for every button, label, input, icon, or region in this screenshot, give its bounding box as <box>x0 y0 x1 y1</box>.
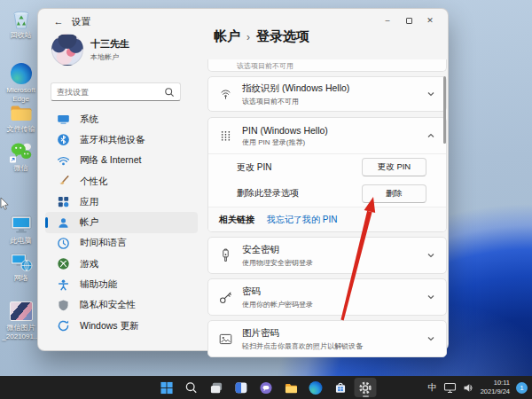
sidebar-item-bluetooth[interactable]: 蓝牙和其他设备 <box>45 129 198 150</box>
sidebar-item-label: 个性化 <box>80 176 108 188</box>
change-pin-button[interactable]: 更改 PIN <box>362 158 426 176</box>
sidebar-item-gaming[interactable]: 游戏 <box>45 254 198 274</box>
person-icon <box>57 216 70 230</box>
mouse-cursor <box>0 198 11 211</box>
card-fingerprint[interactable]: 指纹识别 (Windows Hello) 该选项目前不可用 <box>207 76 447 112</box>
settings-search[interactable] <box>51 82 181 101</box>
sidebar-item-accessibility[interactable]: 辅助功能 <box>45 274 198 294</box>
maximize-icon <box>406 18 412 24</box>
fingerprint-icon <box>218 87 233 102</box>
chat-button[interactable] <box>255 378 278 397</box>
picture-icon <box>218 332 233 347</box>
chevron-down-icon[interactable] <box>426 333 436 344</box>
ime-indicator[interactable]: 中 <box>428 381 437 394</box>
sidebar-item-network[interactable]: 网络 & Internet <box>45 151 198 171</box>
close-button[interactable]: ✕ <box>419 12 441 29</box>
chevron-down-icon[interactable] <box>426 250 436 261</box>
pin-keypad-icon <box>218 129 233 144</box>
bluetooth-icon <box>57 133 70 146</box>
system-tray: 中 10:11 2021/9/24 1 <box>428 376 528 399</box>
sidebar-item-time-language[interactable]: 时间和语言 <box>45 233 198 254</box>
desktop-icon-this-pc[interactable]: 此电脑 <box>1 213 41 246</box>
widgets-icon <box>235 381 248 395</box>
sidebar-item-label: 辅助功能 <box>80 278 117 291</box>
network-status-icon[interactable] <box>443 381 457 394</box>
desktop-icon-label: 此电脑 <box>11 237 32 246</box>
card-picture-password[interactable]: 图片密码 轻扫并点击你最喜欢的照片以解锁设备 <box>207 320 447 357</box>
search-input[interactable] <box>57 88 160 97</box>
store-button[interactable] <box>330 378 352 397</box>
shield-icon <box>57 299 70 312</box>
windows-logo-icon <box>160 381 174 395</box>
change-pin-row: 更改 PIN 更改 PIN <box>208 153 446 180</box>
card-partial[interactable]: 该选项目前不可用 <box>207 59 447 72</box>
chevron-down-icon[interactable] <box>426 292 436 302</box>
desktop-icon-folder[interactable]: 文件传输 <box>1 101 41 134</box>
widgets-button[interactable] <box>231 378 253 397</box>
card-pin[interactable]: PIN (Windows Hello) 使用 PIN 登录(推荐) 更改 PIN… <box>207 117 447 232</box>
desktop-icon-network[interactable]: 网络 <box>1 250 41 283</box>
network-icon <box>9 250 34 273</box>
forgot-pin-link[interactable]: 我忘记了我的 PIN <box>267 214 337 226</box>
taskbar-search-button[interactable] <box>181 378 203 397</box>
back-button[interactable]: ← <box>50 13 67 29</box>
user-profile[interactable]: 十三先生 本地帐户 <box>51 34 129 66</box>
remove-pin-label: 删除此登录选项 <box>237 187 299 200</box>
desktop-icon-wechat[interactable]: 微信 <box>1 140 41 173</box>
scrollbar[interactable] <box>443 76 446 144</box>
chevron-down-icon[interactable] <box>426 89 436 99</box>
breadcrumb-accounts[interactable]: 帐户 <box>214 28 240 45</box>
file-explorer-button[interactable] <box>280 378 302 397</box>
settings-window: ← 设置 – ✕ 十三先生 本地帐户 系统 蓝牙和其他设备 网络 & Inter… <box>37 8 449 351</box>
wifi-icon <box>57 154 70 168</box>
chat-icon <box>260 381 273 395</box>
folder-icon <box>9 101 34 124</box>
sidebar-item-label: 游戏 <box>80 258 98 270</box>
remove-pin-button[interactable]: 删除 <box>362 184 426 203</box>
accessibility-icon <box>57 278 70 292</box>
file-explorer-icon <box>285 381 298 395</box>
desktop-icon-recycle-bin[interactable]: 回收站 <box>1 7 41 40</box>
card-security-key[interactable]: 安全密钥 使用物理安全密钥登录 <box>207 237 447 274</box>
edge-button[interactable] <box>305 378 327 397</box>
desktop-icon-label: 文件传输 <box>7 125 35 134</box>
sidebar-item-windows-update[interactable]: Windows 更新 <box>45 316 198 336</box>
card-password[interactable]: 密码 使用你的帐户密码登录 <box>207 278 447 316</box>
card-subtitle: 使用 PIN 登录(推荐) <box>242 137 328 147</box>
sidebar-item-label: 系统 <box>80 113 98 126</box>
card-title: 指纹识别 (Windows Hello) <box>242 82 349 95</box>
volume-icon[interactable] <box>463 382 474 394</box>
sidebar-item-label: Windows 更新 <box>80 320 139 332</box>
sidebar-item-label: 帐户 <box>80 216 98 229</box>
desktop-icon-label: 微信 <box>14 164 28 173</box>
settings-button[interactable] <box>355 378 377 397</box>
card-subtitle: 使用物理安全密钥登录 <box>242 258 313 268</box>
sidebar-item-accounts[interactable]: 帐户 <box>45 212 198 232</box>
start-button[interactable] <box>156 378 178 397</box>
update-icon <box>57 319 70 332</box>
chevron-up-icon[interactable] <box>426 130 436 141</box>
sidebar-item-privacy[interactable]: 隐私和安全性 <box>45 295 198 316</box>
sidebar-item-personalization[interactable]: 个性化 <box>45 171 198 192</box>
account-type: 本地帐户 <box>90 52 129 62</box>
clock[interactable]: 10:11 2021/9/24 <box>481 379 510 396</box>
notification-badge[interactable]: 1 <box>516 382 528 394</box>
edge-icon <box>9 62 34 85</box>
sidebar-item-system[interactable]: 系统 <box>45 109 198 129</box>
desktop-icon-label: 网络 <box>14 274 28 283</box>
window-title: 设置 <box>72 16 90 28</box>
card-subtitle: 轻扫并点击你最喜欢的照片以解锁设备 <box>242 341 363 351</box>
task-view-button[interactable] <box>206 378 228 397</box>
edge-icon <box>309 381 323 395</box>
xbox-icon <box>57 257 70 270</box>
sidebar-item-apps[interactable]: 应用 <box>45 192 198 212</box>
search-icon <box>185 381 199 395</box>
minimize-button[interactable]: – <box>377 12 398 29</box>
card-title: 密码 <box>242 286 313 298</box>
main-pane: 帐户 › 登录选项 该选项目前不可用 指纹识别 (Windows Hello) … <box>207 28 447 350</box>
desktop-icon-wechat-image[interactable]: 微信图片_2021091... <box>1 300 41 340</box>
maximize-button[interactable] <box>398 12 419 29</box>
wechat-icon <box>9 140 34 163</box>
sidebar-item-label: 蓝牙和其他设备 <box>80 134 145 146</box>
desktop-icon-edge[interactable]: Microsoft Edge <box>1 62 41 103</box>
